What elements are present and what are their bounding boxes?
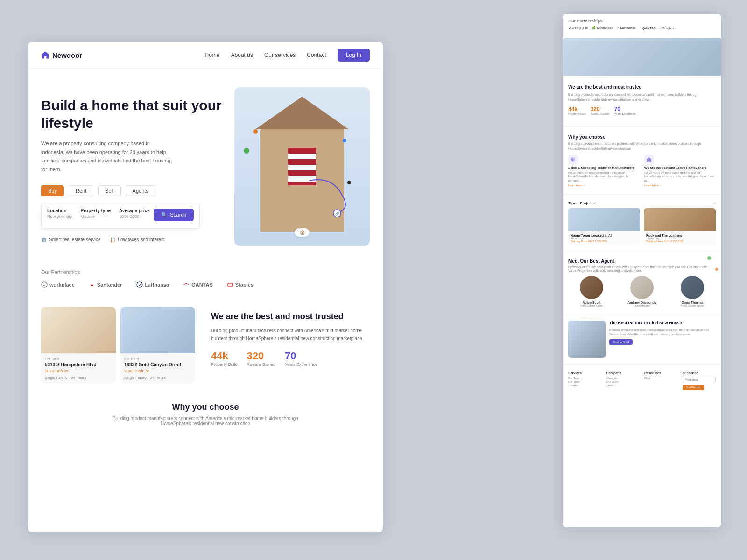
why-description: Building product manufacturers connect w… bbox=[112, 416, 299, 426]
back-page: Our Partnerships ⊙ workplace 🌿 Santander… bbox=[563, 14, 721, 527]
back-footer-company: Company About us Our Team Careers bbox=[606, 371, 640, 390]
prop-tag-rent: For Rent bbox=[124, 357, 191, 361]
stat-years-label: Years Experience bbox=[285, 362, 317, 367]
stat-years: 70 Years Experience bbox=[285, 350, 317, 367]
prop-card-hampshire: For Sale 5313 S Hampshire Blvd $670 Sqft… bbox=[41, 307, 116, 384]
location-badge-icon: 🏠 bbox=[300, 230, 305, 235]
staples-icon bbox=[227, 281, 233, 288]
agent-adam-photo bbox=[580, 276, 603, 299]
svg-text:✓: ✓ bbox=[138, 284, 141, 287]
main-page: Newdoor Home About us Our services Conta… bbox=[28, 42, 383, 532]
svg-rect-8 bbox=[228, 283, 233, 286]
prop-type-gold: Single Family bbox=[124, 376, 147, 380]
back-prop-viewall[interactable]: → bbox=[713, 202, 716, 205]
santander-icon bbox=[89, 281, 95, 288]
home-icon bbox=[644, 155, 654, 164]
partner-staples: Staples bbox=[227, 281, 254, 288]
nav-about[interactable]: About us bbox=[231, 52, 253, 58]
dot-orange bbox=[253, 129, 258, 134]
back-cta-button[interactable]: Start to Build bbox=[609, 339, 633, 345]
dot-orange-back bbox=[715, 268, 718, 271]
partner-santander: Santander bbox=[89, 281, 122, 288]
tab-rent[interactable]: Rent bbox=[69, 185, 93, 196]
back-partner-workplace: ⊙ workplace bbox=[568, 26, 588, 30]
prop-hours-gold: 24 Hours bbox=[150, 376, 165, 380]
back-why-desc: Building a product manufacturers palened… bbox=[568, 141, 716, 151]
back-trusted-section: We are the best and most trusted Buildin… bbox=[563, 79, 721, 124]
svg-text:$: $ bbox=[571, 158, 573, 161]
hero-right: 🔗 🏠 bbox=[234, 87, 370, 246]
dot-blue bbox=[343, 139, 346, 142]
back-hero-image bbox=[563, 38, 721, 76]
prop-card-gold-info: For Rent 18332 Gold Canyon Dront 9,000 S… bbox=[120, 353, 195, 384]
house-visual: 🔗 🏠 bbox=[234, 87, 370, 246]
back-features: $ Sales & Marketing Tools for Manufactur… bbox=[568, 155, 716, 187]
hero-house-image: 🔗 🏠 bbox=[234, 87, 370, 246]
partner-workplace: w workplace bbox=[41, 281, 75, 288]
back-trusted-desc: Building product manufacturers connect w… bbox=[568, 92, 716, 102]
stat-property-label: Property Build bbox=[211, 362, 238, 367]
back-partnerships-section: Our Partnerships ⊙ workplace 🌿 Santander… bbox=[563, 14, 721, 38]
partner-qantas: QANTAS bbox=[183, 281, 213, 288]
back-prop-rock-img bbox=[644, 208, 716, 231]
back-feature-active-desc: For 25 years we have connected the best … bbox=[644, 171, 716, 182]
back-cta-section: The Best Partner to Find New House Newdo… bbox=[563, 317, 721, 362]
back-cta-title: The Best Partner to Find New House bbox=[609, 321, 716, 326]
trusted-title: We are the best and most trusted bbox=[211, 311, 370, 322]
back-feature-active-link[interactable]: Learn More → bbox=[644, 184, 716, 187]
tab-buy[interactable]: Buy bbox=[41, 185, 64, 196]
subscribe-button[interactable]: Get Started bbox=[683, 385, 705, 390]
hero-title: Build a home that suit your lifestyle bbox=[41, 97, 225, 132]
feature-badges: 🏛️ Smart real estate service 📋 Low taxes… bbox=[41, 237, 225, 242]
back-agents-list: Adam Scott Real Estate Agent Andrew Diam… bbox=[568, 276, 716, 307]
back-prop-noora-img bbox=[568, 208, 640, 231]
partner-logos: w workplace Santander ✓ Lufthansa QANTAS… bbox=[41, 281, 370, 288]
subscribe-input[interactable] bbox=[683, 377, 716, 383]
avg-price-field: Average price 1000-200$ bbox=[119, 208, 150, 219]
back-partner-lufthansa: ✓ Lufthansa bbox=[616, 26, 635, 30]
property-type-field: Property type Medium bbox=[81, 208, 111, 219]
curve-decoration: 🔗 bbox=[304, 171, 360, 218]
back-prop-noora-info: Noora Tower Located in Al Alhisn City St… bbox=[568, 231, 640, 245]
back-stat-property: 44k Property Build bbox=[568, 106, 586, 115]
workplace-icon: w bbox=[41, 281, 48, 288]
property-cards: For Sale 5313 S Hampshire Blvd $670 Sqft… bbox=[41, 307, 200, 384]
badge-smart-label: Smart real estate service bbox=[49, 237, 101, 242]
tab-sell[interactable]: Sell bbox=[98, 185, 120, 196]
search-button[interactable]: 🔍 Search bbox=[154, 209, 194, 221]
prop-card-hampshire-info: For Sale 5313 S Hampshire Blvd $670 Sqft… bbox=[41, 353, 116, 384]
tab-agents[interactable]: Agents bbox=[126, 185, 155, 196]
back-prop-noora: Noora Tower Located in Al Alhisn City St… bbox=[568, 208, 640, 245]
badge-tax: 📋 Low taxes and interest bbox=[110, 237, 165, 242]
login-button[interactable]: Log In bbox=[338, 49, 370, 62]
back-feature-sales-link[interactable]: Learn More → bbox=[568, 184, 640, 187]
why-choose-section: Why you choose Building product manufact… bbox=[28, 393, 383, 435]
location-label: Location bbox=[47, 208, 72, 213]
qantas-icon bbox=[183, 281, 190, 288]
back-partner-santander: 🌿 Santander bbox=[592, 26, 613, 30]
back-prop-title: Tower Projects bbox=[568, 201, 595, 205]
partnerships-section: Our Partnerships w workplace Santander ✓… bbox=[28, 260, 383, 297]
avg-price-label: Average price bbox=[119, 208, 150, 213]
badge-smart: 🏛️ Smart real estate service bbox=[41, 237, 101, 242]
nav-services[interactable]: Our services bbox=[264, 52, 296, 58]
back-cta-image bbox=[568, 321, 606, 358]
svg-text:🔗: 🔗 bbox=[335, 211, 339, 216]
stat-property-num: 44k bbox=[211, 350, 238, 362]
prop-name-hampshire: 5313 S Hampshire Blvd bbox=[45, 362, 112, 367]
avg-price-value: 1000-200$ bbox=[119, 214, 150, 219]
back-cta-text: The Best Partner to Find New House Newdo… bbox=[609, 321, 716, 358]
logo-text: Newdoor bbox=[52, 51, 82, 59]
partner-lufthansa: ✓ Lufthansa bbox=[136, 281, 169, 288]
back-agent-omar: Omar Thomas Real Estate Agent bbox=[669, 276, 716, 307]
nav-contact[interactable]: Contact bbox=[307, 52, 326, 58]
back-prop-rock: Rock and The Loations Alhisn City Starti… bbox=[644, 208, 716, 245]
prop-meta-gold: Single Family 24 Hours bbox=[124, 376, 191, 380]
navbar: Newdoor Home About us Our services Conta… bbox=[28, 42, 383, 69]
back-partner-logos: ⊙ workplace 🌿 Santander ✓ Lufthansa ~ QA… bbox=[568, 26, 716, 30]
back-feature-sales: $ Sales & Marketing Tools for Manufactur… bbox=[568, 155, 640, 187]
nav-home[interactable]: Home bbox=[205, 52, 220, 58]
dot-green bbox=[244, 148, 249, 154]
hero-left: Build a home that suit your lifestyle We… bbox=[41, 87, 225, 242]
back-trusted-title: We are the best and most trusted bbox=[568, 84, 716, 90]
